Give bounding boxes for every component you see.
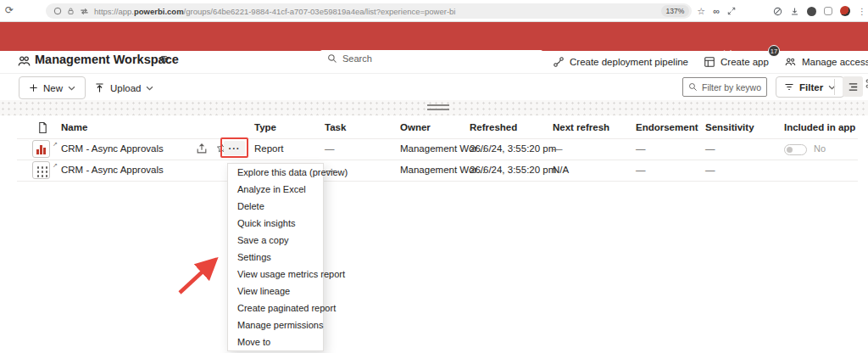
item-endorsement: — [636,143,646,154]
col-next-refresh[interactable]: Next refresh [553,122,609,132]
menu-item-view-usage-metrics[interactable]: View usage metrics report [228,266,323,283]
menu-item-view-lineage[interactable]: View lineage [228,283,323,300]
menu-item-move-to[interactable]: Move to [228,333,323,350]
share-icon[interactable] [196,143,208,154]
filter-button-label: Filter [799,82,823,92]
toolbar-divider [834,79,835,95]
list-view-toggle[interactable] [843,76,863,97]
extension-outline-icon[interactable] [824,7,832,15]
menu-item-create-paginated-report[interactable]: Create paginated report [228,300,323,317]
header-separator [0,73,868,74]
workspace-group-icon [17,54,31,69]
menu-item-delete[interactable]: Delete [228,198,323,215]
col-name[interactable]: Name [61,122,87,132]
filter-keyword-box[interactable] [682,77,767,97]
plus-icon [29,83,38,92]
manage-access-button[interactable]: Manage access [781,56,868,68]
list-view-icon [848,82,859,92]
upload-icon [94,82,105,93]
search-icon [688,82,698,92]
col-sensitivity[interactable]: Sensitivity [705,122,754,132]
item-endorsement: — [636,165,646,175]
workspace-actions: Create deployment pipeline Create app Ma… [549,51,868,73]
new-button[interactable]: New [19,76,86,99]
row-separator [17,160,858,160]
menu-item-quick-insights[interactable]: Quick insights [228,215,323,232]
browser-menu-icon[interactable]: ⋮ [858,7,866,16]
chevron-down-icon [68,86,75,91]
menu-item-save-a-copy[interactable]: Save a copy [228,232,323,249]
browser-profile-avatar[interactable] [840,6,850,16]
item-type: Report [254,143,284,154]
site-info-icon[interactable] [53,7,62,15]
zoom-level-badge[interactable]: 137% [661,5,690,17]
menu-item-settings[interactable]: Settings [228,249,323,266]
item-refreshed: 26/6/24, 3:55:20 pm [470,143,556,154]
create-app-label: Create app [721,57,769,67]
page-title: Management Workspace [35,53,179,66]
url-text: https://app.powerbi.com/groups/64be6221-… [94,7,455,16]
powerbi-header: SSW Power BI Management Workspace Trial:… [0,22,868,51]
filter-keyword-input[interactable] [702,82,761,92]
col-owner[interactable]: Owner [400,122,431,132]
annotation-highlight-box [220,137,248,158]
tab-sync-icon [80,8,89,15]
col-included-in-app[interactable]: Included in app [784,122,855,132]
filter-icon [784,82,794,92]
upload-button-label: Upload [110,83,141,93]
grid-view-icon [865,78,868,90]
col-type[interactable]: Type [254,122,276,132]
pane-splitter[interactable] [0,100,868,115]
menu-item-analyze-in-excel[interactable]: Analyze in Excel [228,181,323,198]
search-input[interactable] [342,53,536,64]
bookmark-star-icon[interactable]: ☆ [697,6,705,17]
browser-controls: 137% ☆ ∞ ⋮ [661,3,866,19]
chevron-down-icon [146,86,153,91]
item-sensitivity: — [705,143,715,154]
report-icon [32,140,50,158]
item-type-column-icon [37,121,48,134]
browser-chrome: ⟳ https://app.powerbi.com/groups/64be622… [0,0,868,22]
item-next-refresh: — [553,143,563,154]
premium-diamond-icon [159,54,170,65]
included-in-app-label: No [814,143,826,154]
row-separator [17,181,858,182]
reload-icon[interactable]: ⟳ [5,4,14,16]
grid-view-toggle-partial[interactable] [865,78,868,95]
dataset-icon [32,161,50,179]
col-task[interactable]: Task [325,122,346,132]
manage-access-label: Manage access [802,57,868,67]
extension-dark-icon[interactable] [807,7,816,16]
extension-infinity-icon[interactable]: ∞ [713,6,720,16]
lock-icon[interactable] [67,7,75,15]
included-in-app-toggle[interactable] [784,144,807,155]
shared-indicator-icon: ↗ [53,141,58,148]
shield-icon[interactable] [773,7,782,16]
item-task: — [325,143,335,154]
upload-button[interactable]: Upload [86,76,162,99]
menu-item-manage-permissions[interactable]: Manage permissions [228,317,323,333]
create-app-button[interactable]: Create app [700,56,772,68]
splitter-handle-icon[interactable] [427,104,449,110]
item-refreshed: 26/6/24, 3:55:20 pm [470,165,556,175]
address-bar[interactable]: https://app.powerbi.com/groups/64be6221-… [46,3,692,19]
shared-indicator-icon: ↗ [53,162,58,169]
downloads-icon[interactable] [790,7,799,16]
col-endorsement[interactable]: Endorsement [636,122,698,132]
menu-item-explore-this-data[interactable]: Explore this data (preview) [228,164,323,181]
item-next-refresh: N/A [553,165,569,175]
item-sensitivity: — [705,165,715,175]
create-deployment-pipeline-button[interactable]: Create deployment pipeline [549,56,692,68]
search-icon [327,53,337,64]
global-search[interactable] [320,50,542,67]
col-refreshed[interactable]: Refreshed [470,122,517,132]
item-name[interactable]: CRM - Async Approvals [61,143,164,154]
new-button-label: New [43,83,63,93]
fullscreen-icon[interactable] [727,7,736,15]
context-menu: Explore this data (preview) Analyze in E… [227,163,324,351]
create-deployment-pipeline-label: Create deployment pipeline [570,57,688,67]
row-separator [17,138,858,139]
item-name[interactable]: CRM - Async Approvals [61,165,164,175]
